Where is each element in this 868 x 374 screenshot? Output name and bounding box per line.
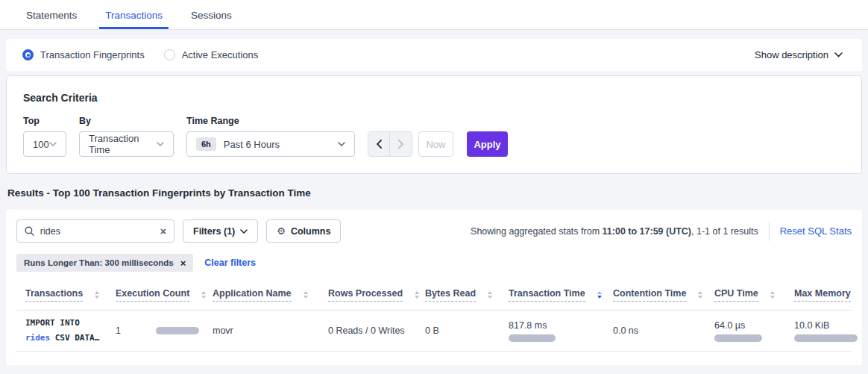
sort-icon[interactable] — [201, 291, 206, 299]
search-input[interactable] — [40, 226, 160, 237]
table-header: Transactions Execution Count Application… — [16, 288, 852, 302]
show-description-toggle[interactable]: Show description — [755, 49, 843, 60]
page-tabbar: Statements Transactions Sessions — [0, 0, 868, 30]
results-card: × Filters (1) ⚙ Columns Showing aggregat… — [6, 210, 862, 365]
column-header-contention-time[interactable]: Contention Time — [613, 288, 714, 302]
column-header-execution-count[interactable]: Execution Count — [116, 288, 213, 302]
criteria-controls: Top 100 By Transaction Time Time Range 6… — [23, 116, 845, 157]
time-range-value: Past 6 Hours — [224, 139, 280, 150]
radio-label: Transaction Fingerprints — [40, 49, 145, 60]
sort-icon[interactable] — [698, 291, 702, 299]
time-range-badge: 6h — [196, 137, 216, 151]
top-group: Top 100 — [23, 116, 66, 157]
apply-button[interactable]: Apply — [467, 131, 508, 157]
sort-icon[interactable] — [95, 291, 99, 299]
reset-sql-stats-link[interactable]: Reset SQL Stats — [780, 225, 852, 237]
filter-chip: Runs Longer Than: 300 milliseconds × — [16, 254, 193, 272]
remove-filter-icon[interactable]: × — [180, 258, 186, 268]
cpu-time-bar — [714, 334, 762, 342]
column-label: Execution Count — [116, 288, 189, 302]
results-title: Results - Top 100 Transaction Fingerprin… — [7, 187, 861, 199]
previous-time-window-button[interactable] — [368, 132, 390, 156]
column-header-max-memory[interactable]: Max Memory — [794, 288, 862, 302]
search-icon — [25, 226, 34, 236]
column-header-transaction-time[interactable]: Transaction Time — [509, 288, 613, 302]
stats-range: 11:00 to 17:59 (UTC) — [603, 226, 691, 237]
time-window-nav — [368, 131, 412, 157]
view-toggle-card: Transaction Fingerprints Active Executio… — [6, 39, 862, 71]
column-header-rows-processed[interactable]: Rows Processed — [328, 288, 425, 302]
columns-button[interactable]: ⚙ Columns — [266, 219, 341, 243]
cpu-time-cell: 64.0 µs — [714, 320, 794, 342]
sort-icon[interactable] — [770, 291, 775, 299]
sort-icon[interactable] — [304, 291, 308, 299]
chevron-down-icon — [240, 229, 248, 234]
search-criteria-title: Search Criteria — [23, 92, 845, 104]
column-label: Bytes Read — [425, 288, 476, 302]
application-name-value: movr — [213, 325, 233, 336]
time-range-label: Time Range — [186, 116, 355, 126]
chevron-down-icon — [834, 52, 843, 57]
column-label: Application Name — [213, 288, 292, 302]
radio-selected-icon[interactable] — [22, 49, 34, 60]
top-select[interactable]: 100 — [23, 131, 66, 157]
by-select[interactable]: Transaction Time — [79, 131, 174, 157]
clear-filters-link[interactable]: Clear filters — [204, 258, 256, 268]
column-header-transactions[interactable]: Transactions — [25, 288, 116, 302]
filters-label: Filters (1) — [193, 226, 235, 237]
filter-chip-label: Runs Longer Than: 300 milliseconds — [24, 258, 174, 267]
by-select-value: Transaction Time — [89, 133, 157, 155]
by-label: By — [79, 116, 174, 126]
tab-transactions[interactable]: Transactions — [99, 10, 169, 29]
rows-processed-cell: 0 Reads / 0 Writes — [328, 325, 425, 336]
next-time-window-button[interactable] — [390, 132, 412, 156]
chevron-down-icon — [49, 142, 57, 146]
by-group: By Transaction Time — [79, 116, 174, 157]
radio-active-executions[interactable]: Active Executions — [164, 49, 259, 60]
radio-label: Active Executions — [182, 49, 259, 60]
max-memory-cell: 10.0 KiB — [794, 320, 862, 342]
sort-icon[interactable] — [415, 291, 419, 299]
column-label: Rows Processed — [328, 288, 403, 302]
results-controls: × Filters (1) ⚙ Columns Showing aggregat… — [16, 219, 852, 243]
column-header-application-name[interactable]: Application Name — [213, 288, 328, 302]
show-description-label: Show description — [755, 49, 828, 60]
contention-time-value: 0.0 ns — [613, 325, 638, 336]
sort-icon[interactable] — [488, 291, 492, 299]
bytes-read-value: 0 B — [425, 325, 439, 336]
chevron-right-icon — [398, 140, 404, 149]
column-header-cpu-time[interactable]: CPU Time — [714, 288, 794, 302]
transaction-link[interactable]: rides — [25, 333, 50, 343]
vertical-divider — [769, 222, 770, 241]
transaction-time-cell: 817.8 ms — [509, 320, 613, 342]
sort-icon-active-desc[interactable] — [597, 291, 602, 299]
execution-count-value: 1 — [116, 325, 121, 336]
sql-rest: CSV DATA… — [50, 333, 99, 343]
search-criteria-card: Search Criteria Top 100 By Transaction T… — [6, 75, 862, 174]
top-label: Top — [23, 116, 66, 126]
search-box[interactable]: × — [16, 219, 174, 243]
rows-processed-value: 0 Reads / 0 Writes — [328, 325, 405, 336]
tab-statements[interactable]: Statements — [20, 10, 83, 29]
contention-time-cell: 0.0 ns — [613, 325, 714, 336]
cpu-time-value: 64.0 µs — [714, 320, 794, 331]
execution-count-bar — [156, 327, 199, 334]
column-header-bytes-read[interactable]: Bytes Read — [425, 288, 509, 302]
clear-search-icon[interactable]: × — [160, 226, 166, 237]
column-label: CPU Time — [714, 288, 758, 302]
table-row[interactable]: IMPORT INTO rides CSV DATA… 1 movr 0 Rea… — [16, 311, 852, 352]
transaction-fingerprint-cell[interactable]: IMPORT INTO rides CSV DATA… — [25, 316, 116, 346]
now-button[interactable]: Now — [418, 131, 453, 157]
radio-transaction-fingerprints[interactable]: Transaction Fingerprints — [22, 49, 145, 60]
gear-icon: ⚙ — [277, 225, 286, 237]
application-name-cell: movr — [213, 325, 328, 336]
radio-unselected-icon[interactable] — [164, 49, 175, 60]
max-memory-bar — [794, 334, 858, 342]
stats-prefix: Showing aggregated stats from — [471, 226, 603, 237]
filters-button[interactable]: Filters (1) — [183, 219, 258, 243]
sql-line1: IMPORT INTO — [25, 316, 116, 331]
tab-sessions[interactable]: Sessions — [185, 10, 238, 29]
column-label: Max Memory — [794, 288, 851, 302]
page-body: Transaction Fingerprints Active Executio… — [0, 30, 868, 365]
time-range-select[interactable]: 6h Past 6 Hours — [186, 131, 355, 157]
